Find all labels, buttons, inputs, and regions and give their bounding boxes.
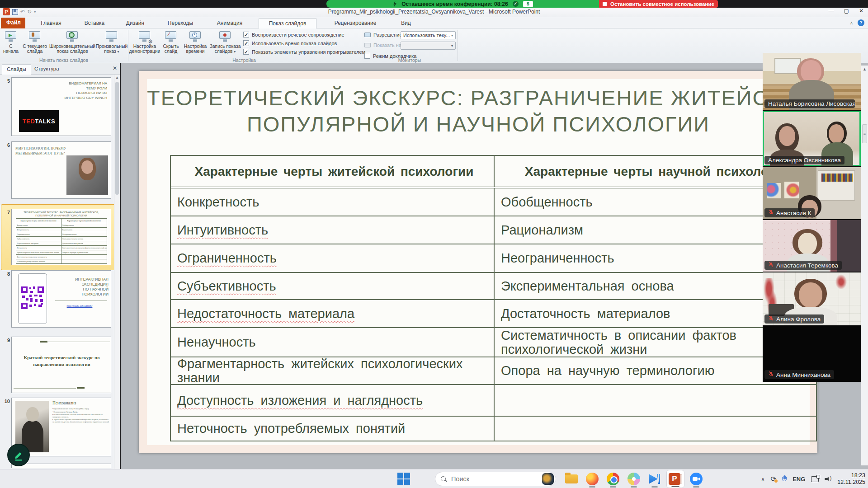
cell-text: Неограниченность: [501, 251, 614, 265]
table-cell-right[interactable]: [495, 385, 816, 416]
taskbar-app-firefox[interactable]: [583, 470, 601, 488]
stop-icon: [603, 2, 607, 6]
slide-thumbnail-7[interactable]: ТЕОРЕТИЧЕСКИЙ ЭКСКУРС: РАЗГРАНИЧЕНИЕ ЖИТ…: [11, 209, 111, 265]
table-cell-left[interactable]: Ограниченность: [171, 244, 495, 272]
slide-title[interactable]: ТЕОРЕТИЧЕСКИЙ ЭКСКУРС: РАЗГРАНИЧЕНИЕ ЖИТ…: [147, 85, 810, 137]
custom-slideshow-button[interactable]: Произвольный показ ▾: [97, 30, 127, 57]
language-indicator[interactable]: ENG: [793, 476, 805, 483]
taskbar-app-media-player[interactable]: [646, 470, 664, 488]
record-slideshow-button[interactable]: Запись показа слайдов ▾: [209, 30, 241, 57]
ribbon-checkbox[interactable]: ✓Воспроизвести речевое сопровождение: [243, 32, 344, 38]
checkbox-icon: ✓: [243, 40, 249, 46]
taskbar-app-chrome[interactable]: [604, 470, 622, 488]
taskbar-app-file-explorer[interactable]: [562, 470, 580, 488]
taskbar-app-zoom[interactable]: [687, 470, 705, 488]
participant-name-pill: Наталья Борисовна Лисовская: [764, 99, 855, 108]
participant-name: Анна Минниханова: [776, 371, 830, 378]
checkbox-label: Использовать время показа слайдов: [252, 41, 337, 46]
ribbon-checkbox[interactable]: ✓Использовать время показа слайдов: [243, 40, 337, 46]
ribbon-tab-file[interactable]: Файл: [1, 18, 25, 28]
ribbon-tab-рецензирование[interactable]: Рецензирование: [322, 18, 389, 28]
show-on-dropdown[interactable]: ▾: [401, 42, 456, 50]
minimize-ribbon-icon[interactable]: ∧: [850, 20, 853, 25]
participant-video-4[interactable]: Анастасия Теремкова: [763, 220, 861, 272]
table-cell-left[interactable]: Фрагментарность житейских психологически…: [171, 357, 495, 384]
scrollbar-thumb[interactable]: [115, 82, 119, 195]
tab-outline[interactable]: Структура: [30, 64, 64, 75]
thumbnail-link: https://madle.st/Ky1SbMKr: [51, 305, 108, 307]
participant-name-pill: Анастасия Теремкова: [764, 261, 842, 270]
slides-panel-scrollbar[interactable]: ▲: [114, 75, 120, 469]
minimize-button[interactable]: —: [829, 8, 834, 14]
ribbon-tab-дизайн[interactable]: Дизайн: [118, 18, 153, 28]
paint-icon: [627, 473, 640, 485]
search-box[interactable]: [435, 472, 556, 486]
network-display-icon[interactable]: [811, 476, 819, 482]
participant-video-6[interactable]: Анна Минниханова: [763, 326, 861, 382]
participant-video-5[interactable]: Алина Фролова: [763, 272, 861, 326]
table-row: Доступность изложения и наглядность: [171, 384, 816, 416]
table-cell-left[interactable]: Недостаточность материала: [171, 300, 495, 327]
slide-table[interactable]: Характерные черты житейской психологии Х…: [170, 155, 817, 441]
taskbar: P ∧ ⟳ ENG 18:23 12.11.2025: [0, 469, 868, 488]
participant-video-1[interactable]: Наталья Борисовна Лисовская: [763, 53, 861, 111]
ribbon-tab-анимация[interactable]: Анимация: [208, 18, 251, 28]
ribbon-checkbox[interactable]: ✓Показать элементы управления проигрыват…: [243, 49, 365, 55]
hide-slide-button[interactable]: ∕ Скрыть слайд: [160, 30, 181, 57]
tray-chevron-up-icon[interactable]: ∧: [761, 476, 765, 482]
from-beginning-button[interactable]: ▶ С начала: [1, 30, 21, 57]
checkbox-label: Воспроизвести речевое сопровождение: [252, 32, 344, 38]
annotation-pencil-button[interactable]: [7, 444, 30, 466]
slide-thumbnail-8[interactable]: ИНТЕРАКТИВНАЯЭКСПЕДИЦИЯПО НАУЧНОЙПСИХОЛО…: [11, 270, 111, 328]
taskbar-app-paint[interactable]: [625, 470, 643, 488]
file-explorer-icon: [565, 474, 578, 483]
broadcast-slideshow-button[interactable]: Широковещательный показ слайдов: [49, 30, 96, 57]
slide-number: 10: [3, 399, 10, 404]
slide-thumbnail-5[interactable]: ВИДЕОМАТЕРИАЛ НАТЕМУ РОЛИПСИХОЛОГИИ ИЗИН…: [11, 77, 111, 136]
speaker-icon[interactable]: [825, 476, 831, 482]
table-cell-right[interactable]: [495, 417, 816, 441]
update-sync-icon[interactable]: ⟳: [771, 475, 777, 483]
microphone-icon[interactable]: [782, 475, 787, 483]
from-current-slide-button[interactable]: С текущего слайда: [22, 30, 48, 57]
resolution-dropdown[interactable]: Использовать теку... ▾: [401, 31, 456, 39]
stop-sharing-button[interactable]: Остановить совместное использование: [599, 0, 718, 8]
clock[interactable]: 18:23 12.11.2025: [837, 472, 865, 486]
checkbox-label: Показать элементы управления проигрывате…: [252, 49, 365, 55]
start-button[interactable]: [397, 472, 410, 486]
thumbnail-title: МИР ПСИХОЛОГИИ. ПОЧЕМУ МЫ ВЫБИРАЕМ ЭТОТ …: [15, 146, 67, 156]
table-cell-left[interactable]: Доступность изложения и наглядность: [171, 385, 495, 416]
maximize-button[interactable]: ▢: [844, 8, 849, 14]
slide-thumbnail-partial[interactable]: [11, 464, 111, 468]
table-cell-left[interactable]: Конкретность: [171, 188, 495, 216]
taskbar-app-powerpoint[interactable]: P: [666, 470, 684, 488]
ribbon-tab-переходы[interactable]: Переходы: [158, 18, 203, 28]
search-input[interactable]: [450, 475, 538, 483]
help-icon[interactable]: ?: [858, 19, 864, 26]
rehearse-timings-button[interactable]: Настройка времени: [182, 30, 208, 57]
table-cell-left[interactable]: Субъективность: [171, 273, 495, 299]
slide-thumbnail-6[interactable]: МИР ПСИХОЛОГИИ. ПОЧЕМУ МЫ ВЫБИРАЕМ ЭТОТ …: [11, 141, 111, 199]
search-highlight-image[interactable]: [542, 473, 554, 485]
tab-slides[interactable]: Слайды: [2, 64, 31, 75]
table-cell-left[interactable]: Ненаучность: [171, 328, 495, 357]
scroll-up-icon[interactable]: ▲: [861, 66, 868, 71]
scroll-up-icon[interactable]: ▲: [114, 75, 120, 80]
setup-slideshow-button[interactable]: ⚙ Настройка демонстрации: [130, 30, 160, 57]
document-scrollbar[interactable]: ▲ ≡: [861, 66, 868, 465]
cell-text: Опора на научную терминологию: [501, 364, 714, 378]
table-row: НенаучностьСистематичность в описании фа…: [171, 327, 816, 357]
participant-video-3[interactable]: Анастасия К: [763, 167, 861, 220]
scrollbar-grip[interactable]: ≡: [862, 124, 867, 143]
search-icon: [441, 476, 447, 482]
close-panel-icon[interactable]: ✕: [113, 65, 117, 71]
table-cell-left[interactable]: Неточность употребляемых понятий: [171, 417, 495, 441]
ribbon-tab-главная[interactable]: Главная: [31, 18, 71, 28]
close-button[interactable]: ✕: [859, 8, 863, 14]
slide-thumbnail-9[interactable]: Краткий теоретический экскурс по направл…: [11, 337, 111, 393]
table-cell-left[interactable]: Интуитивность: [171, 216, 495, 244]
ribbon-tab-вставка[interactable]: Вставка: [77, 18, 112, 28]
ribbon-tab-вид[interactable]: Вид: [394, 18, 418, 28]
ribbon-tab-показ-слайдов[interactable]: Показ слайдов: [259, 18, 316, 28]
participant-video-2[interactable]: Александра Овсянникова: [763, 111, 861, 167]
